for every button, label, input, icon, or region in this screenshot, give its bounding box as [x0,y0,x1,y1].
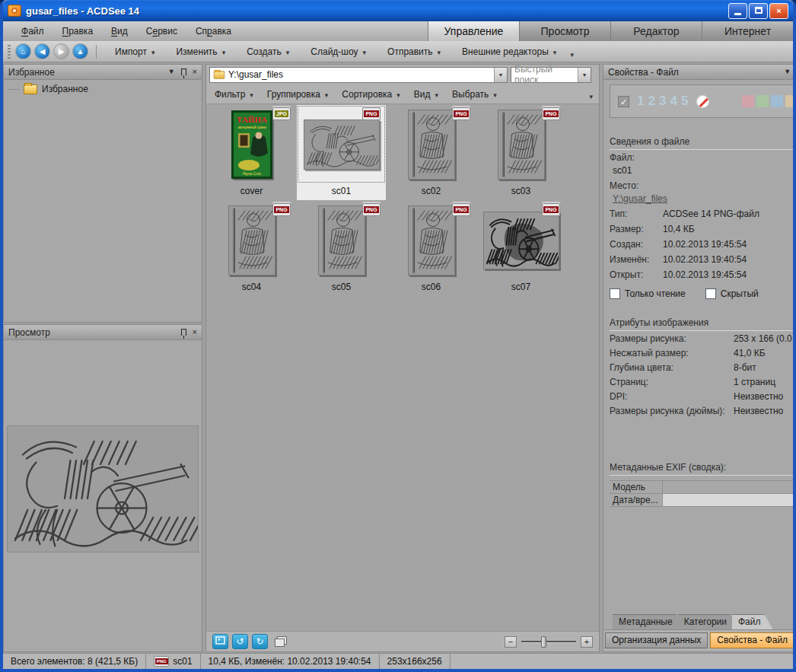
thumbnail-sc07[interactable]: PNG sc07 [476,201,565,296]
thumbnail-size-slider[interactable] [521,641,576,643]
thumbnail-name: sc04 [207,279,296,296]
current-path: Y:\gusar_files [228,69,494,80]
path-dropdown-icon[interactable]: ▾ [494,68,507,82]
menu-item-Файл[interactable]: Файл [14,24,52,39]
quick-search-input[interactable]: Быстрый поиск ▾ [511,67,591,83]
thumbnail-sc02[interactable]: PNG sc02 [387,105,476,200]
panel-menu-icon[interactable]: ▼ [784,68,791,75]
checkbox-box[interactable] [610,288,620,299]
image-attr-field: DPI:Неизвестно [610,389,796,403]
rating-digit-1[interactable]: 1 [637,94,645,109]
svg-text:затерянной грани: затерянной грани [237,125,266,129]
thumbnail-sc04[interactable]: PNG sc04 [207,201,296,296]
mode-tab-Управление[interactable]: Управление [428,21,519,41]
folder-icon [24,84,37,94]
color-label-swatch-4[interactable] [785,95,796,107]
file-info-field: Изменён:10.02.2013 19:40:54 [610,252,796,267]
thumbnail-name: sc06 [387,279,476,296]
toolbar-dropdown-Отправить[interactable]: Отправить [377,43,451,60]
home-icon[interactable]: ⌂ [15,43,31,59]
toolbar-grip-handle[interactable] [8,45,11,59]
exif-row: Модель [610,481,796,494]
filter-dropdown-Вид[interactable]: Вид [407,86,445,103]
toolbar-dropdown-Слайд-шоу[interactable]: Слайд-шоу [300,43,377,60]
up-icon[interactable]: ▲ [72,43,88,59]
panel-button-Организация данных[interactable]: Организация данных [605,632,708,648]
filterbar-overflow-icon[interactable]: ▾ [589,88,597,100]
file-location-link[interactable]: Y:\gusar_files [610,191,796,204]
filter-dropdown-Группировка[interactable]: Группировка [260,86,336,103]
properties-tab-Категории[interactable]: Категории [678,614,739,629]
close-panel-icon[interactable]: × [193,328,197,336]
zoom-out-button[interactable]: − [505,636,517,648]
thumbnail-sc05[interactable]: PNG sc05 [297,201,386,296]
back-icon[interactable]: ◀ [34,43,50,59]
mode-tab-Просмотр[interactable]: Просмотр [519,21,610,41]
no-rating-icon[interactable] [696,95,709,108]
filter-dropdown-Выбрать[interactable]: Выбрать [445,86,504,103]
search-dropdown-icon[interactable]: ▾ [578,68,591,82]
filter-dropdown-Фильтр[interactable]: Фильтр [208,86,260,103]
rating-tagging-box: ✓ 12345 [610,84,796,118]
color-label-swatch-2[interactable] [756,95,769,107]
color-label-swatches [742,95,796,107]
forward-icon[interactable]: ▶ [53,43,69,59]
panel-button-Свойства - Файл[interactable]: Свойства - Файл [710,632,794,648]
zoom-in-button[interactable]: + [581,636,593,648]
thumbnail-sc06[interactable]: PNG sc06 [387,201,476,296]
menu-item-Справка[interactable]: Справка [188,24,239,39]
pin-icon[interactable] [181,329,186,336]
toolbar-dropdown-Внешние редакторы[interactable]: Внешние редакторы [451,43,567,60]
color-label-swatch-1[interactable] [742,95,754,107]
favorites-tree-item[interactable]: Избранное [4,80,202,94]
jpg-format-badge-icon: JPG [272,107,291,120]
png-format-badge-icon: PNG [542,107,560,120]
close-button[interactable]: × [769,3,788,19]
thumbnail-name: sc07 [476,279,565,296]
panel-menu-icon[interactable]: ▼ [168,68,175,75]
checkbox-Скрытый[interactable]: Скрытый [705,288,759,299]
favorites-panel-title: Избранное [8,67,55,78]
thumbnail-sc03[interactable]: PNG sc03 [476,105,565,200]
toolbar-dropdown-Изменить[interactable]: Изменить [165,43,236,60]
app-icon [8,5,21,17]
file-list-pane: Y:\gusar_files ▾ Быстрый поиск ▾ ФильтрГ… [205,64,600,652]
image-attrs-heading: Атрибуты изображения [610,317,796,331]
copy-icon[interactable] [275,636,287,647]
preview-image[interactable] [7,425,199,553]
thumbnail-name: sc01 [297,183,386,200]
properties-tab-Файл[interactable]: Файл [732,614,773,629]
rating-digit-2[interactable]: 2 [648,94,655,109]
color-label-swatch-3[interactable] [771,95,783,107]
minimize-button[interactable] [728,3,747,19]
png-badge-icon: PNG [154,656,169,667]
slider-thumb[interactable] [541,636,546,648]
pin-icon[interactable] [181,68,186,75]
close-panel-icon[interactable]: × [193,68,197,76]
title-bar[interactable]: gusar_files - ACDSee 14 × [3,0,793,21]
toolbar-dropdown-Создать[interactable]: Создать [236,43,300,60]
thumbnail-sc01[interactable]: PNG sc01 [297,105,386,200]
rating-digit-5[interactable]: 5 [681,94,689,109]
maximize-button[interactable] [749,3,768,19]
delete-image-icon[interactable] [212,634,228,649]
thumbnail-cover[interactable]: JPG ТАЙНА затерянной грани Рауль Стилcov… [207,105,296,200]
mode-tab-Интернет[interactable]: Интернет [702,21,793,41]
status-bar: Всего элементов: 8 (421,5 КБ) PNG sc01 1… [3,653,793,669]
rotate-left-icon[interactable]: ↺ [232,634,248,649]
checkbox-box[interactable] [705,288,716,299]
menu-item-Правка[interactable]: Правка [55,24,101,39]
filter-dropdown-Сортировка[interactable]: Сортировка [335,86,406,103]
menu-item-Вид[interactable]: Вид [103,24,135,39]
menu-item-Сервис[interactable]: Сервис [139,24,185,39]
mode-tab-Редактор[interactable]: Редактор [610,21,702,41]
path-combo[interactable]: Y:\gusar_files ▾ [209,67,508,83]
rotate-right-icon[interactable]: ↻ [252,634,268,649]
rating-digit-4[interactable]: 4 [670,94,677,109]
checkbox-Только чтение[interactable]: Только чтение [610,288,686,299]
properties-tab-Метаданные[interactable]: Метаданные [613,614,685,629]
toolbar-overflow-icon[interactable]: ▾ [570,45,577,59]
rating-digit-3[interactable]: 3 [659,94,667,109]
tag-checkbox[interactable]: ✓ [618,96,629,107]
toolbar-dropdown-Импорт[interactable]: Импорт [104,43,165,60]
